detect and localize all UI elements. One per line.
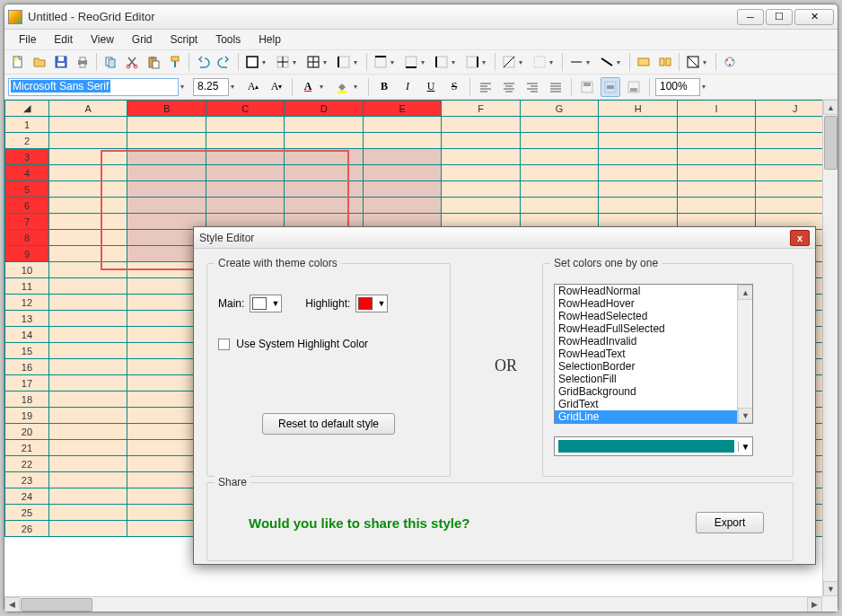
col-header[interactable]: I: [677, 101, 756, 117]
dropdown-icon[interactable]: ▾: [549, 58, 557, 66]
cut-icon[interactable]: [122, 52, 142, 72]
cell[interactable]: [285, 149, 364, 165]
unmerge-icon[interactable]: [655, 52, 675, 72]
cell[interactable]: [48, 521, 127, 537]
cell[interactable]: [677, 198, 756, 214]
cell[interactable]: [520, 117, 599, 133]
cell[interactable]: [48, 214, 127, 230]
print-icon[interactable]: [73, 52, 92, 72]
cell[interactable]: [285, 133, 364, 149]
fill-color-icon[interactable]: [332, 77, 352, 97]
menu-file[interactable]: File: [12, 31, 43, 48]
strike-button[interactable]: S: [444, 77, 464, 97]
cell[interactable]: [127, 133, 206, 149]
cell[interactable]: [206, 133, 285, 149]
dropdown-icon[interactable]: ▾: [617, 58, 624, 66]
col-header[interactable]: F: [442, 101, 521, 117]
cell[interactable]: [677, 165, 756, 181]
cell[interactable]: [520, 133, 599, 149]
scroll-down-icon[interactable]: ▼: [738, 408, 753, 423]
line-style-icon[interactable]: [566, 52, 586, 72]
row-header[interactable]: 21: [5, 440, 49, 456]
cell[interactable]: [48, 408, 127, 424]
row-header[interactable]: 9: [5, 246, 49, 262]
highlight-color-picker[interactable]: ▼: [355, 295, 388, 312]
cell[interactable]: [756, 165, 822, 181]
style-icon[interactable]: [720, 52, 740, 72]
save-icon[interactable]: [51, 52, 71, 72]
row-header[interactable]: 12: [5, 295, 49, 311]
list-item[interactable]: GridLine: [555, 410, 752, 423]
cell[interactable]: [48, 246, 127, 262]
align-center-icon[interactable]: [499, 77, 519, 97]
list-item[interactable]: RowHeadInvalid: [555, 335, 752, 348]
menu-grid[interactable]: Grid: [125, 31, 160, 48]
cell[interactable]: [442, 117, 521, 133]
col-header[interactable]: B: [127, 101, 206, 117]
col-header[interactable]: A: [48, 101, 127, 117]
dropdown-icon[interactable]: ▼: [738, 442, 752, 452]
cell[interactable]: [206, 117, 285, 133]
horizontal-scrollbar[interactable]: ◀ ▶: [4, 596, 822, 612]
cell[interactable]: [363, 181, 442, 198]
cell[interactable]: [756, 117, 822, 133]
close-button[interactable]: ✕: [794, 9, 834, 25]
dropdown-icon[interactable]: ▾: [354, 58, 361, 66]
cell[interactable]: [48, 392, 127, 408]
list-item[interactable]: RowHeadNormal: [555, 285, 752, 297]
row-header[interactable]: 1: [5, 117, 49, 133]
cell[interactable]: [285, 181, 364, 198]
cell[interactable]: [599, 117, 678, 133]
row-header[interactable]: 11: [5, 278, 49, 295]
list-item[interactable]: GridBackground: [555, 385, 752, 398]
cell[interactable]: [677, 133, 756, 149]
row-header[interactable]: 23: [5, 472, 49, 488]
list-item[interactable]: RowHeadText: [555, 348, 752, 360]
cell[interactable]: [48, 456, 127, 472]
cell[interactable]: [127, 165, 206, 181]
cell[interactable]: [48, 327, 127, 343]
cell[interactable]: [48, 230, 127, 246]
cell[interactable]: [363, 198, 442, 214]
row-header[interactable]: 6: [5, 198, 49, 214]
dropdown-icon[interactable]: ▾: [452, 58, 459, 66]
cell[interactable]: [127, 117, 206, 133]
merge-icon[interactable]: [634, 52, 653, 72]
cell[interactable]: [442, 133, 521, 149]
cell[interactable]: [206, 149, 285, 165]
export-button[interactable]: Export: [696, 512, 764, 533]
valign-bottom-icon[interactable]: [624, 77, 644, 97]
cell[interactable]: [206, 181, 285, 198]
cell[interactable]: [127, 181, 206, 198]
cell[interactable]: [756, 133, 822, 149]
format-painter-icon[interactable]: [165, 52, 185, 72]
border-top-icon[interactable]: [371, 52, 390, 72]
scroll-right-icon[interactable]: ▶: [807, 597, 822, 612]
row-header[interactable]: 24: [5, 488, 49, 505]
dropdown-icon[interactable]: ▾: [519, 58, 526, 66]
list-item[interactable]: SelectionBorder: [555, 360, 752, 373]
dropdown-icon[interactable]: ▾: [180, 83, 188, 91]
row-header[interactable]: 5: [5, 181, 49, 198]
menu-tools[interactable]: Tools: [208, 31, 248, 48]
cell[interactable]: [48, 505, 127, 521]
corner-cell[interactable]: ◢: [5, 101, 49, 117]
cell[interactable]: [756, 149, 822, 165]
cell[interactable]: [363, 133, 442, 149]
row-header[interactable]: 13: [5, 311, 49, 327]
dropdown-icon[interactable]: ▾: [482, 58, 489, 66]
paste-icon[interactable]: [144, 52, 163, 72]
cell[interactable]: [520, 198, 599, 214]
row-header[interactable]: 4: [5, 165, 49, 181]
reset-button[interactable]: Reset to default style: [262, 413, 395, 435]
zoom-combo[interactable]: 100%: [655, 78, 700, 96]
scroll-left-icon[interactable]: ◀: [4, 597, 20, 612]
cell[interactable]: [48, 472, 127, 488]
dropdown-icon[interactable]: ▾: [293, 58, 300, 66]
scroll-thumb[interactable]: [21, 598, 92, 612]
row-header[interactable]: 10: [5, 262, 49, 278]
col-header[interactable]: C: [206, 101, 285, 117]
cell[interactable]: [442, 165, 521, 181]
diagonal-icon[interactable]: [683, 52, 703, 72]
cell[interactable]: [599, 165, 678, 181]
